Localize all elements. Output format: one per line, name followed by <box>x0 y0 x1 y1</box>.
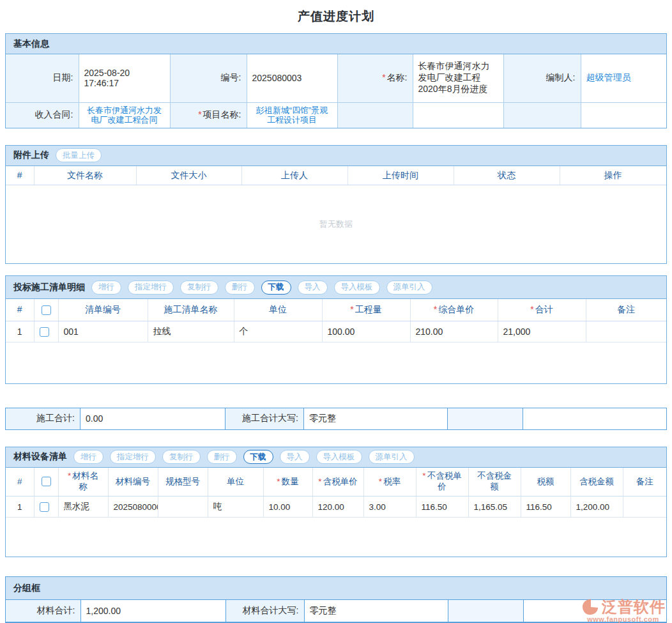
amount-without-tax-cell[interactable]: 1,165.05 <box>468 496 521 518</box>
construction-total-bar: 施工合计: 0.00 施工合计大写: 零元整 <box>5 408 667 430</box>
delete-row-button[interactable]: 删行 <box>207 450 237 464</box>
quantity-cell[interactable]: 10.00 <box>263 496 312 518</box>
row-checkbox[interactable] <box>40 502 49 512</box>
required-mark: * <box>198 109 201 119</box>
unit-cell[interactable]: 吨 <box>208 496 263 518</box>
col-file-size: 文件大小 <box>136 166 241 185</box>
insert-row-button[interactable]: 指定增行 <box>110 450 156 464</box>
col-amount-with-tax: 含税金额 <box>570 468 623 496</box>
material-total-value: 1,200.00 <box>80 600 225 622</box>
row-checkbox[interactable] <box>40 327 49 337</box>
insert-row-button[interactable]: 指定增行 <box>128 281 174 295</box>
number-value[interactable]: 2025080003 <box>247 54 337 102</box>
col-material-name: *材料名称 <box>58 468 108 496</box>
note-cell[interactable] <box>623 496 666 518</box>
blank-label-cell <box>448 408 523 429</box>
import-button[interactable]: 导入 <box>280 450 310 464</box>
col-index: # <box>6 166 34 185</box>
select-all-checkbox[interactable] <box>42 477 51 486</box>
material-total-bar: 材料合计: 1,200.00 材料合计大写: 零元整 <box>6 600 666 622</box>
col-price-without-tax: *不含税单价 <box>416 468 468 496</box>
construction-total-value: 0.00 <box>80 408 225 429</box>
date-value[interactable]: 2025-08-20 17:46:17 <box>79 54 170 102</box>
tax-rate-cell[interactable]: 3.00 <box>363 496 416 518</box>
batch-upload-button[interactable]: 批量上传 <box>56 148 102 162</box>
bid-list-title: 投标施工清单明细 <box>13 282 85 293</box>
basic-info-section: 基本信息 日期: 2025-08-20 17:46:17 编号: 2025080… <box>5 33 667 128</box>
empty-label-cell <box>337 102 413 128</box>
tax-amount-cell[interactable]: 116.50 <box>521 496 570 518</box>
project-name-value-link[interactable]: 彭祖新城“四馆”景观工程设计项目 <box>247 102 337 128</box>
unit-cell[interactable]: 个 <box>234 321 322 342</box>
required-mark: * <box>434 304 437 314</box>
basic-info-title: 基本信息 <box>13 38 49 50</box>
copy-row-button[interactable]: 复制行 <box>162 450 201 464</box>
add-row-button[interactable]: 增行 <box>91 281 121 295</box>
col-price-with-tax: *含税单价 <box>312 468 363 496</box>
material-list-table: # *材料名称 材料编号 规格型号 单位 *数量 *含税单价 *税率 *不含税单… <box>6 468 666 518</box>
delete-row-button[interactable]: 删行 <box>225 281 255 295</box>
price-without-tax-cell[interactable]: 116.50 <box>416 496 468 518</box>
import-template-button[interactable]: 导入模板 <box>316 450 362 464</box>
compiler-value-link[interactable]: 超级管理员 <box>581 54 666 102</box>
select-all-checkbox[interactable] <box>42 305 51 315</box>
col-quantity: *工程量 <box>322 299 410 321</box>
required-mark: * <box>68 471 71 481</box>
no-data-placeholder: 暂无数据 <box>6 185 666 263</box>
row-select-cell <box>34 321 58 342</box>
col-quantity: *数量 <box>263 468 312 496</box>
material-name-cell[interactable]: 黑水泥 <box>58 496 108 518</box>
required-mark: * <box>277 477 280 486</box>
col-status: 状态 <box>454 166 560 185</box>
total-cell[interactable]: 21,000 <box>498 321 586 342</box>
price-with-tax-cell[interactable]: 120.00 <box>312 496 363 518</box>
col-unit: 单位 <box>208 468 263 496</box>
bid-list-table: # 清单编号 施工清单名称 单位 *工程量 *综合单价 *合计 备注 1 001… <box>6 299 666 342</box>
note-cell[interactable] <box>586 321 666 342</box>
material-total-label: 材料合计: <box>6 600 80 622</box>
required-mark: * <box>422 471 425 481</box>
material-list-section: 材料设备清单 增行 指定增行 复制行 删行 下载 导入 导入模板 源单引入 # … <box>5 447 667 558</box>
copy-row-button[interactable]: 复制行 <box>180 281 218 295</box>
project-name-label-cell: *项目名称: <box>170 102 247 128</box>
required-mark: * <box>350 304 353 314</box>
material-total-caps-value: 零元整 <box>304 600 448 622</box>
quantity-cell[interactable]: 100.00 <box>322 321 410 342</box>
list-code-cell[interactable]: 001 <box>58 321 148 342</box>
compiler-label-cell: 编制人: <box>503 54 581 102</box>
attachments-title: 附件上传 <box>13 150 49 161</box>
col-amount-without-tax: 不含税金额 <box>468 468 521 496</box>
page-title: 产值进度计划 <box>0 0 672 33</box>
download-button[interactable]: 下载 <box>243 450 273 464</box>
col-tax-amount: 税额 <box>521 468 570 496</box>
amount-with-tax-cell[interactable]: 1,200.00 <box>570 496 623 518</box>
import-template-button[interactable]: 导入模板 <box>334 281 380 295</box>
income-contract-label-cell: 收入合同: <box>6 102 79 128</box>
empty-value-cell <box>581 102 666 128</box>
import-button[interactable]: 导入 <box>298 281 328 295</box>
download-button[interactable]: 下载 <box>261 281 291 295</box>
required-mark: * <box>379 477 382 486</box>
add-row-button[interactable]: 增行 <box>73 450 103 464</box>
col-tax-rate: *税率 <box>363 468 416 496</box>
col-upload-time: 上传时间 <box>347 166 454 185</box>
select-all-cell <box>34 468 58 496</box>
construction-total-label: 施工合计: <box>6 408 80 429</box>
income-contract-value-link[interactable]: 长春市伊通河水力发电厂改建工程合同 <box>79 102 170 128</box>
construction-total-caps-value: 零元整 <box>304 408 448 429</box>
col-actions: 操作 <box>560 166 666 185</box>
unit-price-cell[interactable]: 210.00 <box>410 321 498 342</box>
spec-model-cell[interactable] <box>158 496 208 518</box>
col-list-code: 清单编号 <box>58 299 148 321</box>
bid-list-header: 投标施工清单明细 增行 指定增行 复制行 删行 下载 导入 导入模板 源单引入 <box>6 276 666 299</box>
row-select-cell <box>34 496 58 518</box>
source-import-button[interactable]: 源单引入 <box>386 281 432 295</box>
group-box-header: 分组框 <box>6 577 666 600</box>
material-code-link[interactable]: 2025080000 <box>108 496 158 518</box>
name-value[interactable]: 长春市伊通河水力发电厂改建工程2020年8月份进度 <box>413 54 503 102</box>
material-list-title: 材料设备清单 <box>13 451 67 463</box>
source-import-button[interactable]: 源单引入 <box>369 450 415 464</box>
group-box-section: 分组框 材料合计: 1,200.00 材料合计大写: 零元整 <box>5 576 667 623</box>
select-all-cell <box>34 299 58 321</box>
list-name-cell[interactable]: 拉线 <box>148 321 234 342</box>
